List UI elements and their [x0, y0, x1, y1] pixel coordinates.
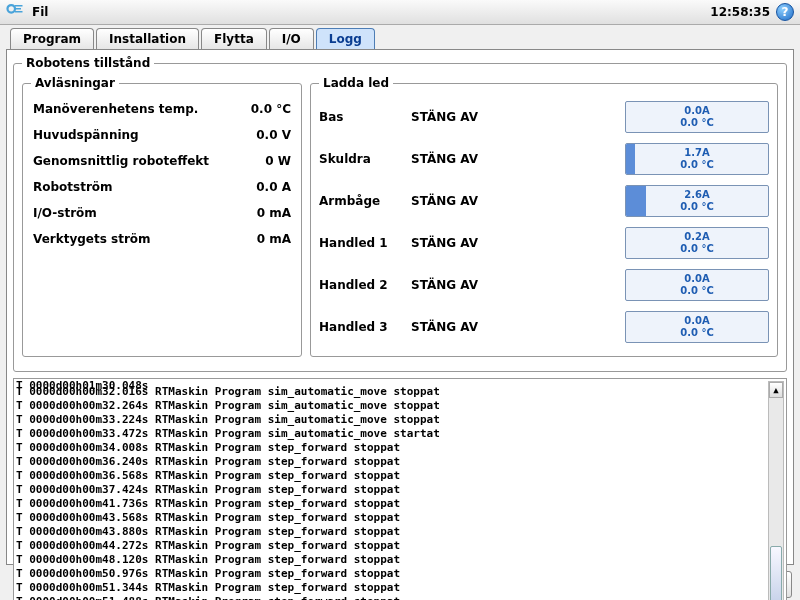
readings-title: Avläsningar: [31, 76, 119, 90]
joints-group: Ladda led BasSTÄNG AV0.0A0.0 °CSkuldraST…: [310, 76, 778, 357]
ur-logo-icon: [6, 3, 24, 22]
log-scrollbar[interactable]: ▲ ▼: [768, 381, 784, 600]
joint-name: Handled 2: [319, 278, 411, 292]
reading-row: Huvudspänning0.0 V: [31, 122, 293, 148]
joint-name: Handled 1: [319, 236, 411, 250]
joint-row: Handled 3STÄNG AV0.0A0.0 °C: [319, 306, 769, 348]
titlebar: Fil 12:58:35 ?: [0, 0, 800, 25]
joint-meter: 2.6A0.0 °C: [625, 185, 769, 217]
joint-row: BasSTÄNG AV0.0A0.0 °C: [319, 96, 769, 138]
joint-state: STÄNG AV: [411, 236, 511, 250]
joint-temp: 0.0 °C: [680, 159, 714, 171]
reading-label: Robotström: [33, 180, 113, 194]
reading-row: Robotström0.0 A: [31, 174, 293, 200]
log-panel: T 0000d00h01m30.048s T 0000d00h00m32.016…: [13, 378, 787, 600]
reading-value: 0 mA: [257, 206, 291, 220]
robot-state-group: Robotens tillstånd Avläsningar Manöveren…: [13, 56, 787, 372]
joints-title: Ladda led: [319, 76, 393, 90]
menu-file[interactable]: Fil: [32, 5, 48, 19]
reading-value: 0.0 °C: [251, 102, 291, 116]
help-icon[interactable]: ?: [776, 3, 794, 21]
joint-name: Skuldra: [319, 152, 411, 166]
tab-move[interactable]: Flytta: [201, 28, 267, 49]
joint-temp: 0.0 °C: [680, 117, 714, 129]
reading-value: 0.0 V: [256, 128, 291, 142]
joint-temp: 0.0 °C: [680, 201, 714, 213]
tab-io[interactable]: I/O: [269, 28, 314, 49]
joint-row: Handled 1STÄNG AV0.2A0.0 °C: [319, 222, 769, 264]
tab-log[interactable]: Logg: [316, 28, 375, 49]
reading-value: 0 W: [265, 154, 291, 168]
reading-label: Huvudspänning: [33, 128, 139, 142]
joint-state: STÄNG AV: [411, 320, 511, 334]
joint-meter: 0.0A0.0 °C: [625, 311, 769, 343]
joint-row: Handled 2STÄNG AV0.0A0.0 °C: [319, 264, 769, 306]
svg-point-0: [8, 5, 16, 13]
joint-name: Armbåge: [319, 194, 411, 208]
tab-program[interactable]: Program: [10, 28, 94, 49]
tab-bar: Program Installation Flytta I/O Logg: [0, 25, 800, 49]
joint-temp: 0.0 °C: [680, 327, 714, 339]
joint-amps: 0.2A: [684, 231, 709, 243]
log-page: Robotens tillstånd Avläsningar Manöveren…: [6, 49, 794, 565]
joint-amps: 0.0A: [684, 273, 709, 285]
joint-state: STÄNG AV: [411, 194, 511, 208]
joint-row: ArmbågeSTÄNG AV2.6A0.0 °C: [319, 180, 769, 222]
joint-amps: 2.6A: [684, 189, 709, 201]
reading-label: Verktygets ström: [33, 232, 151, 246]
joint-name: Bas: [319, 110, 411, 124]
clock: 12:58:35: [710, 5, 770, 19]
joint-name: Handled 3: [319, 320, 411, 334]
joint-meter: 1.7A0.0 °C: [625, 143, 769, 175]
scroll-up-icon[interactable]: ▲: [769, 382, 783, 398]
reading-value: 0.0 A: [256, 180, 291, 194]
joint-temp: 0.0 °C: [680, 285, 714, 297]
reading-label: Genomsnittlig roboteffekt: [33, 154, 209, 168]
readings-group: Avläsningar Manöverenhetens temp.0.0 °CH…: [22, 76, 302, 357]
reading-row: I/O-ström0 mA: [31, 200, 293, 226]
scroll-thumb[interactable]: [770, 546, 782, 600]
joint-state: STÄNG AV: [411, 278, 511, 292]
joint-meter: 0.0A0.0 °C: [625, 101, 769, 133]
reading-value: 0 mA: [257, 232, 291, 246]
joint-temp: 0.0 °C: [680, 243, 714, 255]
joint-meter: 0.2A0.0 °C: [625, 227, 769, 259]
tab-installation[interactable]: Installation: [96, 28, 199, 49]
robot-state-title: Robotens tillstånd: [22, 56, 154, 70]
log-head-line: T 0000d00h01m30.048s: [16, 379, 768, 392]
reading-label: Manöverenhetens temp.: [33, 102, 198, 116]
joint-amps: 0.0A: [684, 315, 709, 327]
reading-row: Manöverenhetens temp.0.0 °C: [31, 96, 293, 122]
log-body[interactable]: T 0000d00h00m32.016s RTMaskin Program si…: [16, 385, 768, 600]
joint-state: STÄNG AV: [411, 110, 511, 124]
joint-meter: 0.0A0.0 °C: [625, 269, 769, 301]
joint-amps: 1.7A: [684, 147, 709, 159]
reading-row: Verktygets ström0 mA: [31, 226, 293, 252]
reading-row: Genomsnittlig roboteffekt0 W: [31, 148, 293, 174]
reading-label: I/O-ström: [33, 206, 97, 220]
joint-amps: 0.0A: [684, 105, 709, 117]
joint-row: SkuldraSTÄNG AV1.7A0.0 °C: [319, 138, 769, 180]
joint-state: STÄNG AV: [411, 152, 511, 166]
